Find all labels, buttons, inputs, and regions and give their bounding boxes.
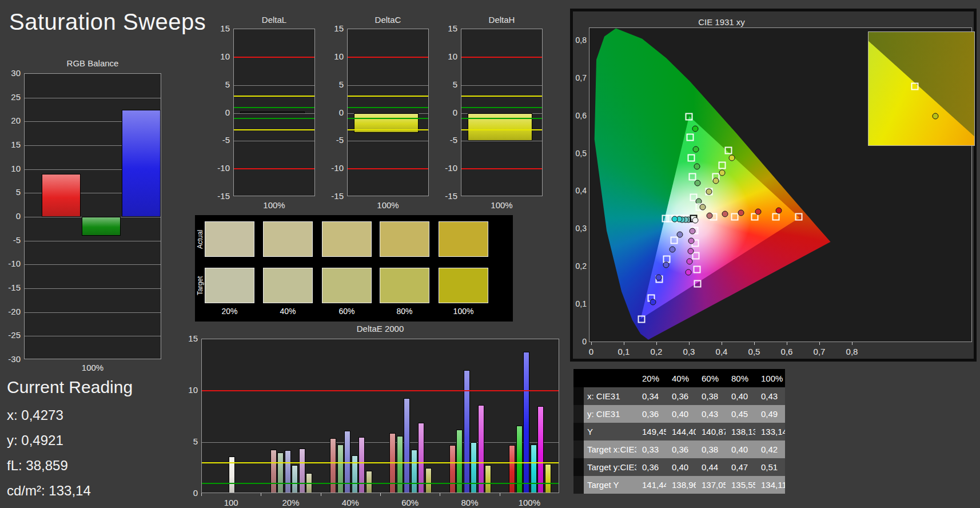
- table-value-cell: 0,45: [726, 405, 755, 423]
- delta-e-plot: [201, 339, 559, 493]
- measured-marker-yellow: [706, 189, 712, 195]
- delta-e-group-label: 100: [201, 498, 261, 507]
- limit-line-#e01414: [461, 168, 542, 169]
- actual-swatch: [263, 221, 313, 257]
- y-tick-label: 5: [0, 187, 21, 197]
- measured-marker-red: [776, 208, 782, 214]
- swatch-panel: ActualTarget20%40%60%80%100%: [195, 215, 513, 322]
- y-tick-label: -10: [437, 163, 457, 173]
- delta-e-bar: [397, 436, 403, 493]
- delta_h-x-label: 100%: [461, 200, 543, 210]
- delta-e-bar: [485, 465, 491, 493]
- target-marker-blue: [670, 236, 678, 244]
- gridline: [25, 264, 161, 265]
- current-reading-fL: fL: 38,859: [7, 458, 68, 474]
- page-title: Saturation Sweeps: [9, 9, 206, 35]
- limit-line-#009b00: [234, 107, 314, 108]
- y-tick-label: -5: [209, 135, 230, 145]
- cie-x-tick-label: 0,5: [743, 347, 766, 356]
- x-tick: [201, 493, 202, 496]
- table-value-cell: 0,36: [666, 440, 696, 458]
- table-row-stub: [573, 387, 584, 405]
- target-marker-yellow: [719, 162, 726, 169]
- delta-e-bar: [404, 398, 410, 493]
- measured-marker-green: [694, 163, 700, 169]
- table-value-cell: 0,36: [636, 458, 666, 476]
- table-value-cell: 0,44: [696, 458, 726, 476]
- table-header-cell: 40%: [666, 369, 696, 387]
- app: Saturation Sweeps RGB Balance30252015105…: [0, 0, 980, 508]
- x-tick: [656, 342, 657, 345]
- target-marker-green: [688, 173, 696, 181]
- delta_h-title: DeltaH: [449, 15, 554, 25]
- target-marker-red: [795, 213, 802, 220]
- delta-e-bar: [449, 445, 456, 493]
- target-swatch: [439, 268, 488, 303]
- measured-marker-green: [695, 180, 701, 186]
- measured-marker-yellow: [699, 204, 706, 210]
- x-tick: [722, 342, 722, 345]
- target-swatch: [380, 268, 429, 303]
- delta_l-plot: [233, 29, 315, 196]
- table-value-cell: 0,47: [726, 458, 755, 476]
- limit-line-#009b00: [234, 118, 314, 119]
- table-value-cell: 0,34: [636, 387, 666, 405]
- target-marker-magenta: [692, 252, 700, 260]
- cie-y-tick-label: 0,7: [573, 73, 587, 82]
- cie-x-tick-label: 0,4: [710, 347, 733, 356]
- table-row: x: CIE310,340,360,380,400,43: [573, 387, 785, 405]
- measured-marker-yellow: [729, 155, 735, 161]
- x-tick: [624, 342, 624, 345]
- limit-line-#e01414: [234, 168, 314, 169]
- delta-e-group-label: 40%: [321, 498, 380, 507]
- measured-marker-green: [692, 125, 699, 132]
- gridline: [25, 98, 161, 98]
- measured-marker-red: [755, 209, 761, 215]
- cie-x-tick-label: 0,2: [645, 347, 668, 356]
- gridline: [234, 141, 314, 141]
- measured-marker-red: [722, 211, 728, 217]
- table-row-label: x: CIE31: [584, 387, 636, 405]
- y-tick-label: -20: [0, 307, 21, 316]
- rgb-balance-plot: [24, 73, 161, 359]
- table-row-label: Target Y: [584, 476, 636, 494]
- actual-swatch: [322, 221, 372, 257]
- delta-e-bar: [330, 438, 336, 493]
- measured-marker-blue: [676, 231, 683, 237]
- y-tick-label: 0: [437, 108, 457, 117]
- table-value-cell: 0,43: [696, 405, 726, 423]
- swatch-column-label: 20%: [205, 307, 254, 316]
- delta-e-group-label: 60%: [380, 498, 440, 507]
- gridline: [25, 336, 161, 336]
- table-header-cell: 80%: [726, 369, 755, 387]
- delta_h-plot: [461, 29, 543, 196]
- measured-marker-blue: [650, 299, 656, 305]
- table-value-cell: 135,55: [726, 476, 755, 494]
- y-tick-label: 5: [177, 436, 198, 446]
- cie-y-tick-label: 0,4: [573, 186, 587, 195]
- delta_l-x-label: 100%: [233, 200, 315, 210]
- gridline: [348, 141, 428, 141]
- target-swatch: [263, 268, 313, 303]
- cie-x-tick-label: 0,8: [840, 347, 863, 356]
- y-tick-label: 20: [0, 116, 21, 125]
- limit-line-#009b00: [202, 483, 559, 484]
- target-swatch: [322, 268, 372, 303]
- table-value-cell: 133,14: [755, 423, 785, 440]
- y-tick-label: 15: [0, 140, 21, 149]
- target-swatch: [205, 268, 254, 303]
- y-tick-label: 5: [323, 80, 344, 89]
- cie-x-tick-label: 0: [580, 347, 603, 356]
- measured-marker-magenta: [686, 269, 692, 276]
- table-value-cell: 0,36: [636, 405, 666, 423]
- measured-marker-yellow: [719, 170, 726, 176]
- target-marker-red: [772, 213, 780, 220]
- limit-line-#e6e600: [202, 462, 559, 463]
- table-header-cell: 20%: [636, 369, 666, 387]
- x-tick: [689, 342, 690, 345]
- table-row: y: CIE310,360,400,430,450,49: [573, 405, 785, 423]
- gridline: [234, 85, 314, 86]
- limit-line-#e01414: [348, 57, 428, 58]
- y-tick-label: 0: [177, 488, 198, 498]
- delta-e-bar: [545, 464, 551, 493]
